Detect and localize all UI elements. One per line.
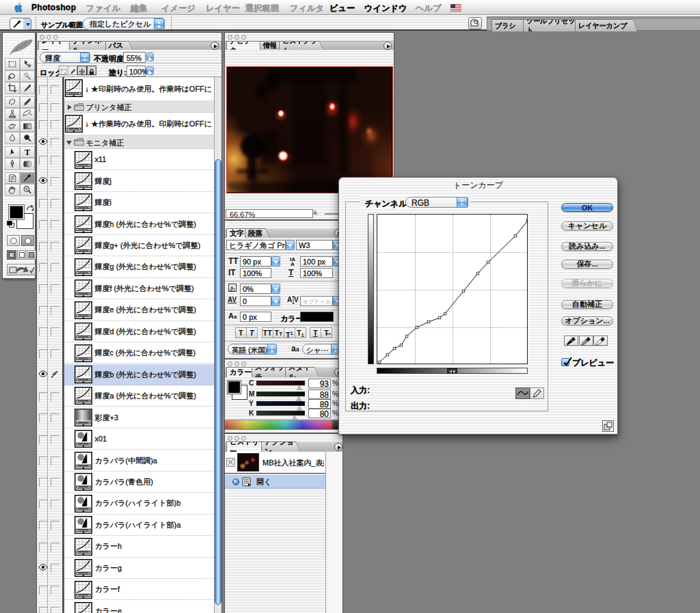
svg-text:V: V — [294, 296, 299, 303]
svg-text:A: A — [291, 261, 295, 267]
svg-text:A: A — [287, 296, 292, 303]
svg-text:T: T — [24, 148, 30, 157]
